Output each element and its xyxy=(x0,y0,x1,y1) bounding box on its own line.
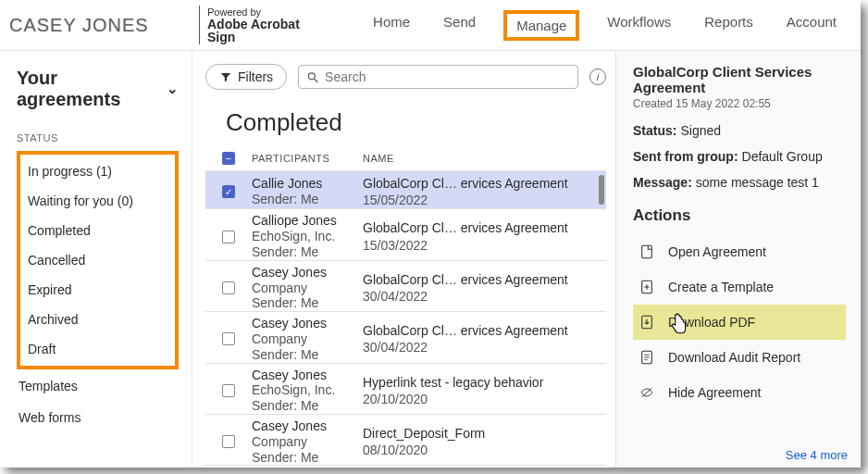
detail-panel: GlobalCorp Client Services Agreement Cre… xyxy=(615,51,861,468)
status-item[interactable]: Draft xyxy=(20,334,175,364)
nav-manage[interactable]: Manage xyxy=(503,10,579,41)
download-icon xyxy=(639,314,655,331)
status-item[interactable]: Expired xyxy=(20,275,175,305)
nav-account[interactable]: Account xyxy=(781,10,842,41)
status-filter-list: In progress (1)Waiting for you (0)Comple… xyxy=(17,151,179,369)
row-checkbox[interactable] xyxy=(222,231,235,243)
participants-cell: Casey JonesEchoSign, Inc.Sender: Me xyxy=(252,368,363,414)
col-participants[interactable]: PARTICIPANTS xyxy=(252,153,363,164)
table-row[interactable]: Casey JonesEchoSign, Inc.Sender: MeHyper… xyxy=(205,364,606,415)
row-checkbox[interactable] xyxy=(222,435,235,448)
row-checkbox[interactable] xyxy=(222,384,235,397)
nav-home[interactable]: Home xyxy=(367,10,415,41)
select-all-checkbox[interactable]: − xyxy=(222,152,235,165)
table-header: − PARTICIPANTS NAME xyxy=(205,146,606,171)
svg-point-0 xyxy=(308,72,315,79)
status-value: Signed xyxy=(680,123,721,138)
col-name[interactable]: NAME xyxy=(363,153,606,164)
sidebar-item[interactable]: Templates xyxy=(17,369,179,401)
section-title: Completed xyxy=(226,108,606,137)
search-icon xyxy=(306,70,319,84)
info-icon[interactable]: i xyxy=(589,69,606,85)
action-download-pdf[interactable]: Download PDF xyxy=(633,305,846,340)
name-cell: GlobalCorp Cl… ervices Agreement15/05/20… xyxy=(363,175,606,208)
sidebar: Your agreements ⌄ STATUS In progress (1)… xyxy=(0,51,192,468)
name-cell: GlobalCorp Cl… ervices Agreement30/04/20… xyxy=(363,322,606,356)
status-item[interactable]: Cancelled xyxy=(20,245,175,275)
sidebar-item[interactable]: Web forms xyxy=(17,401,179,432)
action-label: Hide Agreement xyxy=(668,385,761,400)
table-row[interactable]: Casey JonesCompanySender: MeDirect_Depos… xyxy=(205,415,606,466)
search-input[interactable] xyxy=(325,69,570,84)
search-field[interactable] xyxy=(298,65,578,89)
name-cell: GlobalCorp Cl… ervices Agreement30/04/20… xyxy=(363,271,606,305)
message-label: Message: xyxy=(633,175,692,190)
name-cell: GlobalCorp Cl… ervices Agreement15/03/20… xyxy=(363,219,606,253)
group-label: Sent from group: xyxy=(633,149,738,164)
scrollbar-thumb[interactable] xyxy=(599,175,604,205)
status-item[interactable]: In progress (1) xyxy=(20,156,175,186)
agreements-title: Your agreements xyxy=(17,68,154,110)
group-value: Default Group xyxy=(742,149,823,164)
action-hide-agreement[interactable]: Hide Agreement xyxy=(633,375,846,410)
powered-label: Powered by xyxy=(207,6,261,18)
powered-brand: Adobe Acrobat Sign xyxy=(207,18,330,44)
table-row[interactable]: ✓Callie JonesSender: MeGlobalCorp Cl… er… xyxy=(205,171,606,209)
table-row[interactable]: Calliope JonesEchoSign, Inc.Sender: MeGl… xyxy=(205,209,606,260)
row-checkbox[interactable] xyxy=(222,332,235,345)
logo: CASEY JONES xyxy=(9,15,190,36)
report-icon xyxy=(639,349,655,366)
status-item[interactable]: Waiting for you (0) xyxy=(20,186,175,216)
message-value: some message test 1 xyxy=(696,175,819,190)
participants-cell: Callie JonesSender: Me xyxy=(252,176,363,207)
detail-created: Created 15 May 2022 02:55 xyxy=(633,97,846,110)
top-nav: HomeSendManageWorkflowsReportsAccount xyxy=(367,10,842,41)
row-checkbox[interactable] xyxy=(222,281,235,294)
filters-button[interactable]: Filters xyxy=(205,64,287,90)
participants-cell: Casey JonesCompanySender: Me xyxy=(252,418,363,465)
action-label: Download Audit Report xyxy=(668,350,800,365)
table-row[interactable]: Casey JonesCompanySender: MeGlobalCorp C… xyxy=(205,261,606,312)
svg-line-1 xyxy=(315,79,317,81)
template-icon xyxy=(639,279,655,295)
svg-rect-2 xyxy=(642,245,652,257)
status-label: Status: xyxy=(633,123,676,138)
action-download-audit-report[interactable]: Download Audit Report xyxy=(633,340,846,375)
action-create-template[interactable]: Create a Template xyxy=(633,269,846,305)
table-row[interactable]: Casey JonesCompanySender: MeGlobalCorp C… xyxy=(205,312,606,363)
status-heading: STATUS xyxy=(17,132,179,143)
nav-reports[interactable]: Reports xyxy=(699,10,759,41)
status-item[interactable]: Archived xyxy=(20,305,175,334)
divider xyxy=(199,6,200,44)
filter-icon xyxy=(219,70,232,83)
app-header: CASEY JONES Powered by Adobe Acrobat Sig… xyxy=(0,0,861,51)
participants-cell: Casey JonesCompanySender: Me xyxy=(252,265,363,311)
toolbar: Filters i xyxy=(205,64,606,90)
hide-icon xyxy=(639,384,655,401)
name-cell: Direct_Deposit_Form08/10/2020 xyxy=(363,425,606,458)
center-pane: Filters i Completed − PARTICIPANTS NAME … xyxy=(192,51,615,468)
status-item[interactable]: Completed xyxy=(20,216,175,245)
detail-title: GlobalCorp Client Services Agreement xyxy=(633,64,846,95)
see-more-link[interactable]: See 4 more xyxy=(786,448,848,462)
nav-workflows[interactable]: Workflows xyxy=(601,10,676,41)
row-checkbox[interactable]: ✓ xyxy=(222,185,235,198)
participants-cell: Casey JonesCompanySender: Me xyxy=(252,316,363,362)
powered-by: Powered by Adobe Acrobat Sign xyxy=(207,7,330,44)
actions-heading: Actions xyxy=(633,206,846,225)
name-cell: Hyperlink test - legacy behavior20/10/20… xyxy=(363,374,606,407)
action-open-agreement[interactable]: Open Agreement xyxy=(633,234,846,269)
chevron-down-icon: ⌄ xyxy=(167,81,179,97)
agreements-dropdown[interactable]: Your agreements ⌄ xyxy=(17,68,179,110)
action-label: Create a Template xyxy=(668,280,774,294)
action-label: Open Agreement xyxy=(668,244,766,259)
filters-label: Filters xyxy=(238,69,273,84)
action-label: Download PDF xyxy=(668,315,755,330)
nav-send[interactable]: Send xyxy=(438,10,481,41)
participants-cell: Calliope JonesEchoSign, Inc.Sender: Me xyxy=(252,213,363,259)
document-icon xyxy=(639,243,655,260)
